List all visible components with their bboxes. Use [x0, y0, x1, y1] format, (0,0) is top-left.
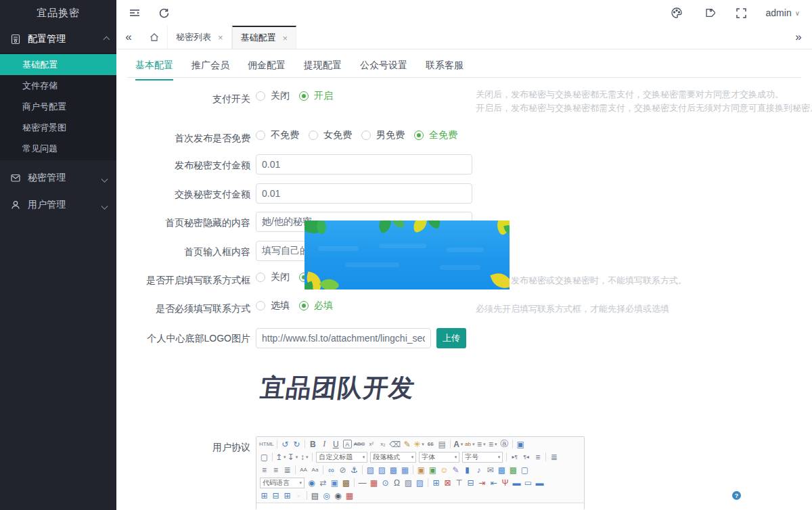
- image-right-icon[interactable]: ▦: [399, 464, 411, 476]
- help-icon[interactable]: ?: [732, 491, 741, 500]
- tab-withdraw-config[interactable]: 提现配置: [304, 60, 342, 80]
- rtl-icon[interactable]: ¶◂: [520, 451, 532, 463]
- code-paste-icon[interactable]: ⇄: [317, 477, 329, 488]
- search-replace-icon[interactable]: ◉: [332, 490, 344, 501]
- admin-menu[interactable]: admin ∨: [766, 7, 800, 18]
- tab-commission-config[interactable]: 佣金配置: [248, 60, 286, 80]
- align-center-icon[interactable]: ≡: [270, 464, 281, 476]
- font-size-select[interactable]: 字号▾: [462, 452, 503, 463]
- wordimage-icon[interactable]: ▧: [414, 477, 426, 488]
- editor-body[interactable]: [256, 503, 584, 510]
- paragraph-format-select[interactable]: 段落格式▾: [370, 452, 416, 463]
- font-border-icon[interactable]: A: [343, 440, 352, 448]
- theme-palette-icon[interactable]: [671, 7, 683, 19]
- tag-icon[interactable]: [703, 7, 715, 19]
- tab-basic-config[interactable]: 基本配置: [135, 60, 173, 80]
- eraser-icon[interactable]: ⌫: [388, 438, 401, 450]
- image-manager-icon[interactable]: ▣: [427, 464, 438, 476]
- home-tab-icon[interactable]: [141, 26, 168, 49]
- radio-option[interactable]: 关闭: [256, 271, 290, 283]
- paste-icon[interactable]: ▦: [344, 490, 355, 501]
- image-left-icon[interactable]: ▧: [365, 464, 376, 476]
- ordered-list-icon[interactable]: ≡▾: [476, 438, 487, 450]
- horizontal-rule-icon[interactable]: —: [357, 477, 368, 488]
- code-block-icon[interactable]: ▣: [329, 477, 340, 488]
- radio-option[interactable]: 必填: [299, 300, 333, 312]
- para-spacing-bottom-icon[interactable]: ↧▾: [287, 451, 299, 463]
- radio-circle-icon[interactable]: [309, 131, 318, 140]
- merge-down-icon[interactable]: ▬: [534, 477, 545, 488]
- template-icon[interactable]: ▢: [519, 464, 531, 476]
- underline-icon[interactable]: U: [330, 438, 342, 450]
- undo-icon[interactable]: ↺: [279, 438, 291, 450]
- gmap-icon[interactable]: ▩: [508, 464, 519, 476]
- time-icon[interactable]: ⊙: [380, 477, 391, 488]
- uppercase-icon[interactable]: AA: [298, 464, 309, 476]
- tab-official-account[interactable]: 公众号设置: [360, 60, 407, 80]
- new-page-icon[interactable]: ▢: [258, 451, 270, 463]
- lowercase-icon[interactable]: Aa: [309, 464, 321, 476]
- scrawl-icon[interactable]: ✎: [450, 464, 461, 476]
- cite-icon[interactable]: ▨: [403, 477, 414, 488]
- insert-code-icon[interactable]: ◉: [306, 477, 317, 488]
- sidebar-item-file-storage[interactable]: 文件存储: [0, 75, 116, 96]
- radio-option[interactable]: 不免费: [256, 129, 299, 141]
- sidebar-item-faq[interactable]: 常见问题: [0, 138, 116, 159]
- subscript-icon[interactable]: x₂: [377, 438, 388, 450]
- radio-circle-icon[interactable]: [256, 273, 265, 282]
- collapse-menu-icon[interactable]: [129, 7, 141, 19]
- logo-url-input[interactable]: [256, 328, 431, 348]
- anchor-icon[interactable]: ⚓: [348, 464, 360, 476]
- para-spacing-top-icon[interactable]: ↥▾: [275, 451, 287, 463]
- print-icon[interactable]: ▤: [309, 490, 321, 501]
- sidebar-item-secret-background[interactable]: 秘密背景图: [0, 117, 116, 138]
- anchor-name-icon[interactable]: ⓐ: [499, 438, 510, 450]
- source-html-icon[interactable]: HTML: [258, 438, 275, 450]
- delete-col-icon[interactable]: Ψ: [499, 477, 511, 488]
- font-color-icon[interactable]: A▾: [453, 438, 464, 450]
- custom-title-select[interactable]: 自定义标题▾: [316, 452, 367, 463]
- bullet-list-icon[interactable]: ≡▾: [487, 438, 499, 450]
- radio-circle-icon[interactable]: [256, 301, 265, 310]
- unlink-icon[interactable]: ⊘: [337, 464, 348, 476]
- radio-circle-icon[interactable]: [256, 91, 265, 101]
- italic-icon[interactable]: I: [319, 438, 330, 450]
- insert-row-icon[interactable]: ⊟: [465, 477, 476, 488]
- bold-icon[interactable]: B: [307, 438, 319, 450]
- split-cell-icon[interactable]: ⊞: [258, 490, 270, 501]
- preview-icon[interactable]: ◎: [321, 490, 332, 501]
- align-justify-icon[interactable]: ≣: [281, 464, 293, 476]
- page-tab-basic-config[interactable]: 基础配置 ×: [232, 26, 297, 49]
- tabs-scroll-left-icon[interactable]: «: [116, 26, 141, 49]
- merge-cells-icon[interactable]: ▬: [511, 477, 522, 488]
- close-icon[interactable]: ×: [218, 32, 223, 43]
- strikethrough-icon[interactable]: ABC: [353, 438, 365, 450]
- fullscreen-icon[interactable]: [736, 7, 747, 19]
- indent-icon[interactable]: ≡: [532, 451, 543, 463]
- font-family-select[interactable]: 字体▾: [419, 452, 459, 463]
- split-col-icon[interactable]: ⊞: [281, 490, 293, 501]
- blockquote-icon[interactable]: 66: [425, 438, 436, 450]
- code-language-select[interactable]: 代码语言▾: [260, 478, 304, 488]
- superscript-icon[interactable]: x²: [365, 438, 377, 450]
- merge-right-icon[interactable]: ▭: [522, 477, 534, 488]
- radio-circle-icon[interactable]: [414, 131, 424, 140]
- radio-option[interactable]: 开启: [299, 90, 333, 102]
- radio-option[interactable]: 全免费: [414, 129, 457, 141]
- table-title-icon[interactable]: ⊤: [453, 477, 465, 488]
- sidebar-group-config[interactable]: 配置管理: [0, 26, 116, 53]
- line-height-icon[interactable]: ↕▾: [298, 451, 310, 463]
- tab-customer-service[interactable]: 联系客服: [426, 60, 464, 80]
- exchange-amount-input[interactable]: [256, 183, 472, 204]
- insert-col-icon[interactable]: ⇤: [488, 477, 499, 488]
- radio-circle-icon[interactable]: [299, 301, 309, 310]
- radio-circle-icon[interactable]: [361, 131, 371, 140]
- refresh-icon[interactable]: [158, 7, 170, 19]
- sidebar-item-merchant-config[interactable]: 商户号配置: [0, 96, 116, 117]
- delete-row-icon[interactable]: ⇥: [476, 477, 488, 488]
- close-icon[interactable]: ×: [283, 33, 288, 43]
- insert-image-icon[interactable]: ▣: [415, 464, 427, 476]
- radio-option[interactable]: 男免费: [361, 129, 405, 141]
- special-char-icon[interactable]: Ω: [391, 477, 403, 488]
- tabs-scroll-right-icon[interactable]: »: [785, 26, 812, 49]
